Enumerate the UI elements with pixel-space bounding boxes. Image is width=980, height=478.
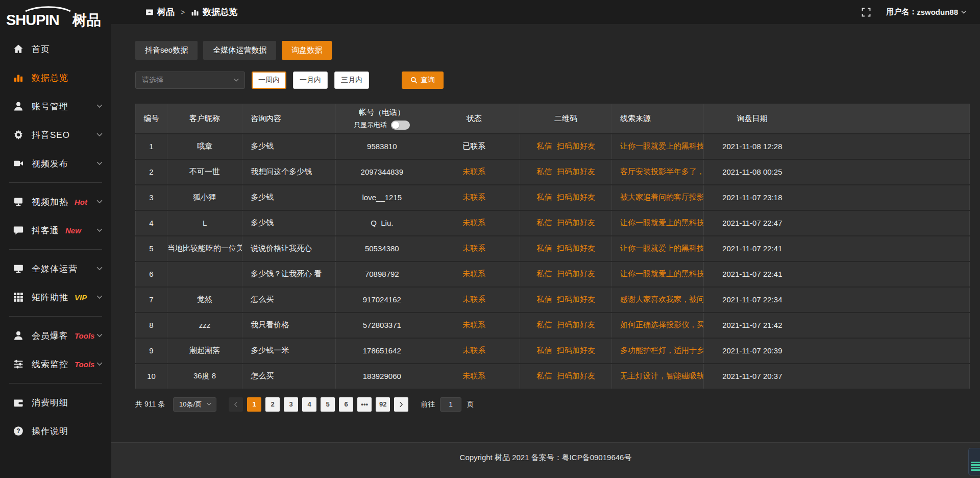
cell-source[interactable]: 感谢大家喜欢我家，被问了好... [611,287,703,313]
sidebar-item-consumption-detail[interactable]: 消费明细 [0,388,111,417]
search-button-label: 查询 [421,76,435,85]
sidebar-item-account-management[interactable]: 账号管理 [0,92,111,121]
app-icon [145,8,154,16]
search-button[interactable]: 查询 [402,71,444,89]
cell-number: 3 [136,185,167,210]
chat-bubble-icon [13,225,23,235]
scan-add-friend-link[interactable]: 扫码加好友 [557,218,595,227]
sidebar-item-video-heating[interactable]: 视频加热Hot [0,187,111,216]
footer: Copyright 树品 2021 备案号：粤ICP备09019646号 [111,442,980,478]
sidebar-item-douyin-seo[interactable]: 抖音SEO [0,121,111,149]
brand-logo[interactable]: SHUPIN 树品 [0,0,111,30]
page-button-3[interactable]: 3 [284,397,298,412]
period-button-one-week[interactable]: 一周内 [252,71,286,89]
sidebar-item-label: 消费明细 [32,397,68,409]
cell-content: 我想问这个多少钱 [242,159,336,185]
goto-page-input[interactable] [440,397,461,412]
user-menu[interactable]: 用户名： zswodun88 [886,7,967,17]
sidebar-item-video-publish[interactable]: 视频发布 [0,149,111,178]
cell-qrcode: 私信扫码加好友 [520,159,612,185]
cell-status: 已联系 [428,134,520,159]
private-message-link[interactable]: 私信 [536,167,552,176]
scan-add-friend-link[interactable]: 扫码加好友 [557,346,595,354]
wallet-icon [13,397,23,408]
page-button-2[interactable]: 2 [265,397,280,412]
cell-number: 7 [136,287,167,313]
page-button-1[interactable]: 1 [247,397,261,412]
cell-source[interactable]: 让你一眼就爱上的黑科技，能... [611,210,703,236]
pagination-total: 共 911 条 [135,400,165,409]
page-button-92[interactable]: 92 [376,397,390,412]
private-message-link[interactable]: 私信 [536,141,552,150]
sidebar-item-omni-media[interactable]: 全媒体运营 [0,254,111,283]
cell-status: 未联系 [428,287,520,313]
scan-add-friend-link[interactable]: 扫码加好友 [557,371,595,380]
scan-add-friend-link[interactable]: 扫码加好友 [557,141,595,150]
breadcrumb-page[interactable]: 数据总览 [191,6,237,18]
scan-add-friend-link[interactable]: 扫码加好友 [557,269,595,278]
cell-status: 未联系 [428,185,520,210]
cell-source[interactable]: 被大家追着问的客厅投影分享... [611,185,703,210]
period-button-three-months[interactable]: 三月内 [334,71,369,89]
toggle-knob [392,122,399,129]
cell-status: 未联系 [428,210,520,236]
phone-only-toggle[interactable] [391,121,410,130]
pagination-more[interactable]: ••• [357,397,372,412]
tab-douyin-seo-data[interactable]: 抖音seo数据 [135,41,198,60]
private-message-link[interactable]: 私信 [536,218,552,227]
page-button-6[interactable]: 6 [339,397,353,412]
filter-select[interactable]: 请选择 [135,71,245,89]
chat-widget-stripe [971,467,980,468]
period-button-one-month[interactable]: 一月内 [293,71,328,89]
cell-account: 9583810 [336,134,428,159]
cell-source[interactable]: 无主灯设计，智能磁吸轨道灯... [611,364,703,389]
sidebar-item-home[interactable]: 首页 [0,35,111,63]
scan-add-friend-link[interactable]: 扫码加好友 [557,193,595,201]
cell-source[interactable]: 让你一眼就爱上的黑科技，能... [611,236,703,261]
screen-icon [13,197,23,207]
inquiry-table: 编号 客户昵称 咨询内容 帐号（电话） 只显示电话 状态 [135,104,970,390]
sidebar-item-label: 矩阵助推 [32,292,68,303]
sidebar-item-badge: New [65,226,81,235]
sidebar-item-label: 抖客通 [32,225,59,236]
cell-source[interactable]: 多功能护栏灯，适用于乡村文... [611,338,703,364]
tab-inquiry-data[interactable]: 询盘数据 [282,41,332,60]
cell-source[interactable]: 让你一眼就爱上的黑科技，能... [611,261,703,287]
page-button-5[interactable]: 5 [321,397,335,412]
column-header-account: 帐号（电话） 只显示电话 [336,104,428,134]
chat-widget[interactable] [968,448,980,475]
cell-nickname: 觉然 [167,287,242,313]
page-button-4[interactable]: 4 [302,397,316,412]
private-message-link[interactable]: 私信 [536,371,552,380]
private-message-link[interactable]: 私信 [536,295,552,303]
chevron-down-icon [96,160,103,167]
cell-source[interactable]: 如何正确选择投影仪，买投影... [611,313,703,338]
private-message-link[interactable]: 私信 [536,346,552,354]
scan-add-friend-link[interactable]: 扫码加好友 [557,320,595,329]
sidebar-item-member-baoke[interactable]: 会员爆客Tools [0,321,111,350]
private-message-link[interactable]: 私信 [536,193,552,201]
cell-date: 2021-11-07 22:41 [703,261,969,287]
scan-add-friend-link[interactable]: 扫码加好友 [557,167,595,176]
private-message-link[interactable]: 私信 [536,244,552,252]
scan-add-friend-link[interactable]: 扫码加好友 [557,244,595,252]
sidebar-item-operation-guide[interactable]: ?操作说明 [0,417,111,445]
sidebar-item-douketong[interactable]: 抖客通New [0,216,111,245]
tab-omni-media-data[interactable]: 全媒体运营数据 [203,41,276,60]
breadcrumb-app[interactable]: 树品 [145,6,175,18]
next-page-button[interactable] [394,397,408,412]
cell-account: 70898792 [336,261,428,287]
previous-page-button[interactable] [229,397,243,412]
private-message-link[interactable]: 私信 [536,269,552,278]
sidebar-item-matrix-boost[interactable]: 矩阵助推VIP [0,283,111,312]
fullscreen-icon[interactable] [862,8,871,17]
cell-nickname: zzz [167,313,242,338]
username-label: 用户名： [886,7,917,17]
sidebar-item-data-overview[interactable]: 数据总览 [0,63,111,92]
cell-source[interactable]: 让你一眼就爱上的黑科技，能... [611,134,703,159]
sidebar-item-clue-monitor[interactable]: 线索监控Tools [0,350,111,378]
cell-source[interactable]: 客厅安装投影半年多了，真实... [611,159,703,185]
page-size-select[interactable]: 10条/页 [173,397,216,412]
private-message-link[interactable]: 私信 [536,320,552,329]
scan-add-friend-link[interactable]: 扫码加好友 [557,295,595,303]
